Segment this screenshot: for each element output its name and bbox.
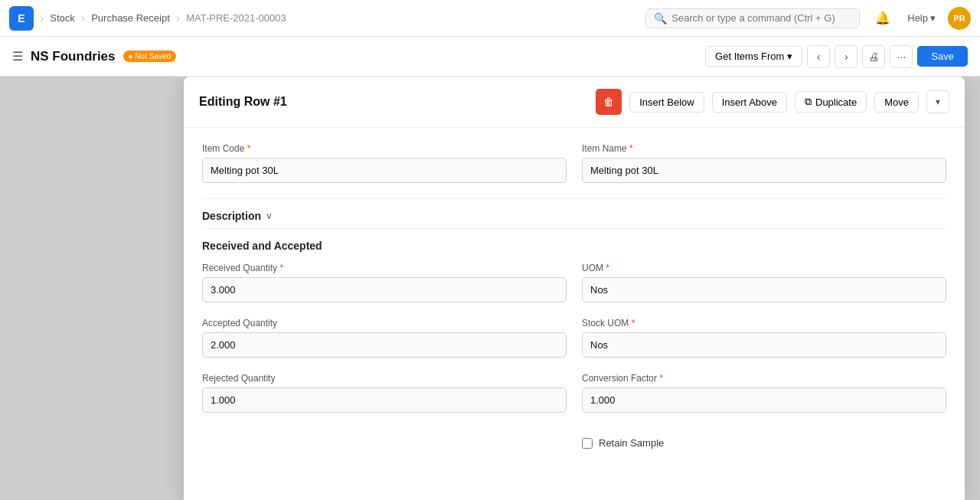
conversion-factor-label: Conversion Factor * (582, 373, 946, 384)
item-row: Item Code * Item Name * (202, 143, 946, 183)
item-code-input[interactable] (202, 158, 567, 183)
item-name-group: Item Name * (582, 143, 946, 183)
uom-required: * (606, 263, 609, 273)
insert-above-button[interactable]: Insert Above (712, 92, 787, 113)
breadcrumb-sep-2: › (81, 11, 85, 25)
navbar: E › Stock › Purchase Receipt › MAT-PRE-2… (0, 0, 980, 37)
navbar-actions: 🔔 Help ▾ PR (871, 6, 971, 31)
search-icon: 🔍 (654, 12, 667, 25)
move-button[interactable]: Move (874, 92, 919, 113)
chevron-down-icon: ▾ (936, 96, 940, 107)
modal-body: Item Code * Item Name * Description (184, 128, 965, 464)
more-row-options-button[interactable]: ▾ (926, 90, 949, 113)
hamburger-menu[interactable]: ☰ (12, 49, 23, 64)
breadcrumb-doc-id: MAT-PRE-2021-00003 (186, 12, 286, 24)
print-button[interactable]: 🖨 (862, 45, 885, 68)
accepted-qty-input[interactable] (202, 332, 567, 358)
modal-title: Editing Row #1 (199, 95, 588, 109)
rejected-qty-label: Rejected Quantity (202, 373, 567, 384)
accepted-qty-label: Accepted Quantity (202, 318, 567, 328)
stock-uom-label: Stock UOM * (582, 318, 946, 328)
insert-below-button[interactable]: Insert Below (629, 92, 704, 113)
item-name-required: * (629, 143, 633, 154)
breadcrumb-sep-1: › (40, 11, 44, 25)
trash-icon: 🗑 (603, 96, 614, 108)
breadcrumb-purchase-receipt[interactable]: Purchase Receipt (91, 12, 170, 24)
uom-label: UOM * (582, 263, 946, 273)
description-label: Description (202, 210, 261, 222)
not-saved-badge: ● Not Saved (123, 51, 177, 62)
section-divider-2 (202, 228, 946, 229)
delete-row-button[interactable]: 🗑 (596, 89, 622, 115)
accepted-qty-group: Accepted Quantity (202, 318, 567, 358)
help-chevron-icon: ▾ (930, 12, 936, 24)
more-options-button[interactable]: ··· (890, 45, 913, 68)
retain-sample-row: Retain Sample (582, 437, 946, 449)
prev-button[interactable]: ‹ (807, 45, 830, 68)
document-title: NS Foundries (31, 49, 116, 64)
notifications-button[interactable]: 🔔 (871, 6, 895, 31)
item-name-label: Item Name * (582, 143, 946, 154)
breadcrumb-stock[interactable]: Stock (50, 12, 75, 24)
received-qty-input[interactable] (202, 277, 567, 302)
rejected-qty-input[interactable] (202, 387, 567, 413)
description-chevron-icon: ∨ (266, 211, 273, 221)
section-divider-1 (202, 198, 946, 199)
search-bar[interactable]: 🔍 (645, 8, 860, 28)
received-uom-row: Received Quantity * UOM * (202, 263, 946, 302)
rejected-conversion-row: Rejected Quantity Conversion Factor * (202, 373, 946, 413)
search-input[interactable] (671, 12, 851, 24)
item-code-required: * (247, 143, 251, 154)
conversion-factor-group: Conversion Factor * (582, 373, 946, 413)
get-items-button[interactable]: Get Items From ▾ (705, 46, 802, 67)
received-qty-required: * (279, 263, 283, 273)
received-qty-group: Received Quantity * (202, 263, 567, 302)
retain-sample-checkbox[interactable] (582, 438, 593, 449)
help-button[interactable]: Help ▾ (901, 9, 942, 27)
conversion-factor-input[interactable] (582, 387, 946, 413)
item-code-label: Item Code * (202, 143, 567, 154)
rejected-qty-group: Rejected Quantity (202, 373, 567, 413)
breadcrumb-sep-3: › (176, 11, 180, 25)
stock-uom-required: * (632, 318, 635, 328)
retain-sample-label: Retain Sample (599, 437, 664, 449)
accepted-stockuom-row: Accepted Quantity Stock UOM * (202, 318, 946, 358)
stock-uom-group: Stock UOM * (582, 318, 946, 358)
subheader-actions: Get Items From ▾ ‹ › 🖨 ··· Save (705, 45, 968, 68)
item-code-group: Item Code * (202, 143, 567, 183)
main-area: Editing Row #1 🗑 Insert Below Insert Abo… (0, 77, 980, 500)
avatar[interactable]: PR (948, 7, 971, 30)
row-editor-modal: Editing Row #1 🗑 Insert Below Insert Abo… (184, 77, 965, 500)
modal-header: Editing Row #1 🗑 Insert Below Insert Abo… (184, 77, 965, 128)
uom-group: UOM * (582, 263, 946, 302)
duplicate-icon: ⧉ (805, 96, 812, 108)
stock-uom-input[interactable] (582, 332, 946, 358)
get-items-chevron-icon: ▾ (787, 51, 792, 62)
conversion-factor-required: * (659, 373, 663, 384)
uom-input[interactable] (582, 277, 946, 302)
duplicate-button[interactable]: ⧉ Duplicate (795, 91, 867, 113)
received-accepted-title: Received and Accepted (202, 240, 946, 252)
app-logo[interactable]: E (9, 6, 34, 31)
save-button[interactable]: Save (917, 46, 968, 67)
description-collapsible[interactable]: Description ∨ (202, 210, 946, 222)
received-qty-label: Received Quantity * (202, 263, 567, 273)
item-name-input[interactable] (582, 158, 946, 183)
subheader: ☰ NS Foundries ● Not Saved Get Items Fro… (0, 37, 980, 77)
next-button[interactable]: › (835, 45, 858, 68)
